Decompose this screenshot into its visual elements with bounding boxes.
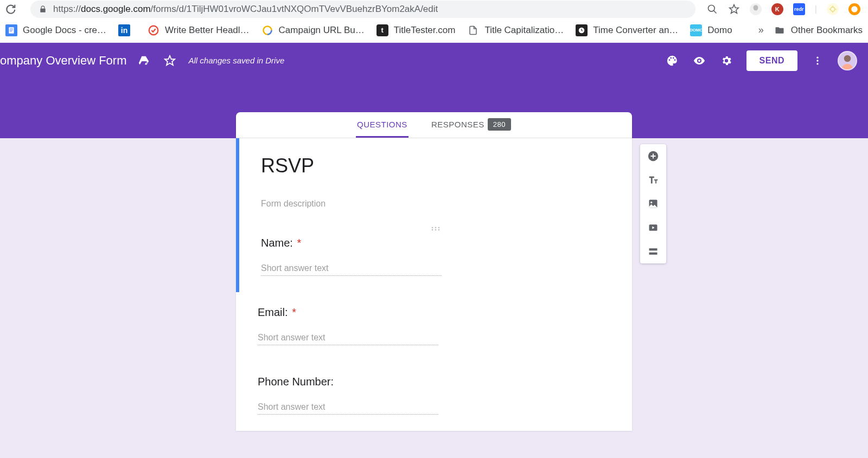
answer-placeholder: Short answer text — [258, 402, 438, 415]
form-header-section[interactable]: RSVP Form description — [236, 138, 632, 223]
question-toolbar — [640, 144, 666, 263]
save-status: All changes saved in Drive — [189, 56, 285, 65]
tabs: QUESTIONS RESPONSES280 — [236, 112, 632, 138]
other-bookmarks-label: Other Bookmarks — [791, 25, 863, 36]
drag-handle-icon[interactable] — [239, 226, 632, 235]
url-bar[interactable]: https://docs.google.com/forms/d/1TiljHW0… — [30, 1, 695, 18]
svg-point-21 — [816, 63, 818, 64]
bookmark-item[interactable]: tTitleTester.com — [376, 24, 456, 36]
question-label[interactable]: Email: * — [258, 306, 610, 319]
avatar[interactable] — [838, 51, 857, 70]
svg-point-20 — [816, 60, 818, 61]
bookmark-item[interactable]: Time Converter an… — [576, 24, 678, 36]
svg-rect-35 — [649, 253, 658, 255]
bookmark-label: Google Docs - cre… — [23, 25, 106, 36]
bookmark-star-icon[interactable] — [728, 3, 740, 15]
ext-icon-4[interactable] — [827, 3, 839, 15]
move-to-drive-icon[interactable]: + — [137, 54, 151, 68]
svg-point-25 — [438, 227, 440, 229]
tab-label: RESPONSES — [431, 120, 484, 129]
svg-point-27 — [435, 229, 437, 231]
question-label[interactable]: Name: * — [261, 237, 610, 249]
form-editor: QUESTIONS RESPONSES280 RSVP Form descrip… — [236, 112, 632, 431]
svg-point-26 — [432, 229, 433, 231]
svg-point-8 — [851, 6, 858, 12]
svg-point-31 — [650, 202, 652, 203]
bookmark-label: TitleTester.com — [394, 25, 456, 36]
svg-rect-12 — [10, 31, 12, 31]
bookmark-item[interactable]: Campaign URL Bu… — [261, 24, 365, 36]
star-icon[interactable] — [163, 54, 177, 68]
reload-icon[interactable] — [4, 3, 16, 15]
bookmark-label: Time Converter an… — [593, 25, 678, 36]
search-icon[interactable] — [706, 3, 718, 15]
form-description[interactable]: Form description — [261, 199, 610, 209]
lock-icon — [39, 5, 47, 13]
add-video-icon[interactable] — [647, 221, 660, 234]
required-asterisk: * — [292, 306, 296, 318]
bookmark-label: Domo — [707, 25, 732, 36]
more-icon[interactable] — [810, 54, 825, 68]
bookmark-label: Campaign URL Bu… — [279, 25, 365, 36]
svg-rect-34 — [649, 248, 658, 250]
ext-icon-5[interactable] — [848, 3, 860, 15]
svg-point-19 — [816, 56, 818, 58]
ext-icon-3[interactable]: redr — [793, 3, 805, 15]
bookmark-label: Title Capitalizatio… — [484, 25, 564, 36]
bookmarks-bar: Google Docs - cre… in Write Better Headl… — [0, 18, 868, 43]
required-asterisk: * — [297, 237, 301, 249]
form-name[interactable]: ompany Overview Form — [0, 54, 127, 68]
svg-point-24 — [435, 227, 437, 229]
preview-icon[interactable] — [692, 54, 706, 68]
form-title[interactable]: RSVP — [261, 154, 610, 177]
browser-address-bar: https://docs.google.com/forms/d/1TiljHW0… — [0, 0, 868, 18]
add-section-icon[interactable] — [647, 245, 660, 258]
answer-placeholder: Short answer text — [258, 333, 438, 345]
ext-icon-2[interactable]: K — [771, 3, 783, 15]
responses-badge: 280 — [488, 118, 511, 131]
add-image-icon[interactable] — [647, 197, 660, 210]
svg-rect-9 — [9, 27, 14, 34]
question-block[interactable]: Email: * Short answer text — [236, 292, 632, 362]
bookmark-label: Write Better Headl… — [165, 25, 250, 36]
svg-text:+: + — [145, 60, 148, 66]
svg-marker-18 — [164, 55, 174, 64]
url-text: https://docs.google.com/forms/d/1TiljHW0… — [53, 4, 438, 15]
question-block[interactable]: Name: * Short answer text — [236, 223, 632, 292]
question-block[interactable]: Phone Number: Short answer text — [236, 362, 632, 431]
other-bookmarks[interactable]: Other Bookmarks — [774, 24, 863, 36]
svg-point-28 — [438, 229, 440, 231]
svg-point-0 — [708, 5, 714, 11]
bookmark-item[interactable]: Google Docs - cre… — [5, 24, 106, 36]
tab-responses[interactable]: RESPONSES280 — [430, 112, 512, 138]
browser-actions: K redr | — [706, 3, 860, 15]
svg-point-3 — [831, 7, 835, 11]
bookmark-item[interactable]: in — [118, 24, 136, 36]
add-title-icon[interactable] — [647, 173, 660, 186]
bookmark-item[interactable]: DOMODomo — [690, 24, 732, 36]
svg-rect-11 — [10, 29, 13, 30]
svg-line-1 — [713, 10, 716, 13]
question-label[interactable]: Phone Number: — [258, 376, 610, 388]
svg-point-23 — [432, 227, 433, 229]
svg-marker-2 — [730, 4, 739, 13]
settings-icon[interactable] — [719, 54, 733, 68]
answer-placeholder: Short answer text — [261, 263, 442, 276]
bookmark-item[interactable]: Write Better Headl… — [148, 24, 250, 36]
add-question-icon[interactable] — [647, 150, 660, 163]
tab-questions[interactable]: QUESTIONS — [356, 112, 409, 138]
svg-rect-10 — [10, 28, 13, 29]
send-button[interactable]: SEND — [746, 50, 797, 71]
palette-icon[interactable] — [665, 54, 679, 68]
svg-point-22 — [844, 55, 851, 62]
ext-icon-1[interactable] — [750, 3, 762, 15]
bookmark-overflow-icon[interactable]: » — [758, 24, 764, 36]
bookmark-item[interactable]: Title Capitalizatio… — [467, 24, 564, 36]
tab-label: QUESTIONS — [357, 120, 407, 129]
